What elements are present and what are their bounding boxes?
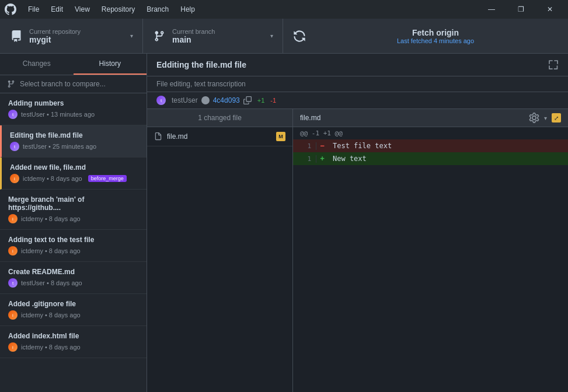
sidebar: Changes History Select branch to compare…	[0, 54, 147, 392]
diff-content: @@ -1 +1 @@ 1 − Test file text 1 + New t…	[293, 127, 568, 392]
menu-edit[interactable]: Edit	[46, 3, 68, 16]
avatar: i	[10, 174, 19, 183]
branch-chevron-icon: ▾	[270, 33, 273, 39]
commit-title: Added new file, file.md	[10, 163, 138, 172]
avatar: t	[8, 110, 18, 119]
menu-view[interactable]: View	[70, 3, 95, 16]
avatar: i	[8, 342, 18, 352]
sidebar-tabs: Changes History	[0, 54, 147, 75]
list-item[interactable]: Added new file, file.md i ictdemy • 8 da…	[0, 158, 147, 190]
menu-help[interactable]: Help	[176, 3, 200, 16]
list-item[interactable]: Create README.md t testUser • 8 days ago	[0, 262, 147, 294]
diff-file-header-right: ▾ ⤢	[529, 113, 561, 123]
avatar: i	[8, 214, 18, 223]
list-item[interactable]: Merge branch 'main' of https://github...…	[0, 190, 147, 230]
diff-panels: 1 changed file file.md M file.md	[147, 109, 568, 392]
toolbar: Current repository mygit ▾ Current branc…	[0, 19, 568, 54]
branch-label: Current branch	[172, 28, 264, 35]
close-button[interactable]: ✕	[536, 0, 563, 19]
commit-author-avatar: t	[156, 96, 166, 105]
branch-compare-selector[interactable]: Select branch to compare...	[0, 75, 147, 93]
commit-meta: i ictdemy • 8 days ago	[8, 214, 138, 223]
avatar: i	[8, 246, 18, 256]
list-item[interactable]: Adding text to the test file i ictdemy •…	[0, 230, 147, 262]
title-bar-left: File Edit View Repository Branch Help	[5, 3, 200, 16]
commit-arrow-icon	[201, 96, 210, 104]
branch-compare-label: Select branch to compare...	[20, 80, 106, 88]
diff-file-header: file.md ▾ ⤢	[293, 109, 568, 127]
menu-file[interactable]: File	[23, 3, 44, 16]
changed-files-panel: 1 changed file file.md M	[147, 109, 293, 392]
branch-compare-icon	[7, 80, 15, 88]
diff-line-content: New text	[328, 155, 568, 163]
fetch-sublabel: Last fetched 4 minutes ago	[312, 37, 559, 44]
branch-selector[interactable]: Current branch main ▾	[143, 19, 283, 53]
diff-view: file.md ▾ ⤢ @@ -1 +1 @@	[293, 109, 568, 392]
commit-author-time: ictdemy • 8 days ago	[21, 344, 81, 351]
list-item[interactable]: Added index.html file i ictdemy • 8 days…	[0, 326, 147, 358]
commit-title: Editing the file.md file	[10, 131, 138, 139]
commit-info-bar: t testUser 4c4d093 +1 -1	[147, 92, 568, 109]
branch-icon	[152, 29, 166, 43]
avatar: i	[8, 310, 18, 320]
diff-title: Edditing the file.md file	[156, 60, 246, 69]
commit-meta: i ictdemy • 8 days ago	[8, 342, 138, 352]
list-item[interactable]: Adding numbers t testUser • 13 minutes a…	[0, 93, 147, 125]
file-list-item[interactable]: file.md M	[147, 127, 292, 146]
tab-history[interactable]: History	[74, 54, 147, 75]
fetch-label: Fetch origin	[312, 28, 559, 37]
minimize-button[interactable]: —	[478, 0, 505, 19]
commit-author-time: ictdemy • 8 days ago	[23, 175, 82, 182]
diff-hunk-header: @@ -1 +1 @@	[293, 127, 568, 139]
sync-icon	[292, 29, 306, 43]
commit-title: Added .gitignore file	[8, 300, 138, 308]
diff-line-sign: −	[316, 142, 328, 150]
repo-text: Current repository mygit	[29, 28, 124, 44]
expand-diff-button[interactable]: ⤢	[552, 113, 561, 123]
menu-bar: File Edit View Repository Branch Help	[23, 3, 200, 16]
repo-value: mygit	[29, 35, 124, 44]
commit-hash-info: testUser 4c4d093	[172, 96, 252, 104]
commit-title: Create README.md	[8, 268, 138, 276]
commit-title: Adding text to the test file	[8, 236, 138, 244]
commit-author-time: ictdemy • 8 days ago	[21, 247, 81, 254]
commit-title: Adding numbers	[8, 99, 138, 107]
diff-line-content: Test file text	[328, 142, 568, 150]
commit-author-time: testUser • 13 minutes ago	[21, 111, 95, 118]
commit-author-time: testUser • 25 minutes ago	[23, 143, 96, 150]
diff-deletions: -1	[270, 97, 276, 104]
file-icon	[154, 132, 162, 141]
list-item[interactable]: Editing the file.md file t testUser • 25…	[0, 125, 147, 158]
maximize-button[interactable]: ❐	[507, 0, 534, 19]
expand-arrows-icon[interactable]	[548, 60, 559, 70]
menu-repository[interactable]: Repository	[97, 3, 140, 16]
fetch-text: Fetch origin Last fetched 4 minutes ago	[312, 28, 559, 44]
commit-badge: before_merge	[88, 175, 127, 182]
avatar: t	[8, 278, 18, 288]
gear-icon[interactable]	[529, 113, 539, 123]
right-panel: Edditing the file.md file File editing, …	[147, 54, 568, 392]
repo-label: Current repository	[29, 28, 124, 35]
commit-meta: i ictdemy • 8 days ago	[8, 310, 138, 320]
branch-value: main	[172, 35, 264, 44]
diff-line-removed: 1 − Test file text	[293, 139, 568, 152]
commit-hash-value: 4c4d093	[213, 96, 240, 104]
repo-selector[interactable]: Current repository mygit ▾	[0, 19, 143, 53]
commit-meta: t testUser • 13 minutes ago	[8, 110, 138, 119]
list-item[interactable]: Added .gitignore file i ictdemy • 8 days…	[0, 294, 147, 326]
gear-dropdown-arrow: ▾	[544, 115, 547, 121]
commit-title: Added index.html file	[8, 332, 138, 340]
diff-header: Edditing the file.md file	[147, 54, 568, 76]
window-controls: — ❐ ✕	[478, 0, 563, 19]
commit-meta: t testUser • 8 days ago	[8, 278, 138, 288]
copy-icon[interactable]	[243, 96, 252, 104]
fetch-origin-button[interactable]: Fetch origin Last fetched 4 minutes ago	[283, 19, 568, 53]
tab-changes[interactable]: Changes	[0, 54, 74, 75]
main-content: Changes History Select branch to compare…	[0, 54, 568, 392]
title-bar: File Edit View Repository Branch Help — …	[0, 0, 568, 19]
repo-icon	[9, 29, 23, 43]
diff-file-name: file.md	[300, 114, 320, 122]
menu-branch[interactable]: Branch	[142, 3, 173, 16]
commit-meta: i ictdemy • 8 days ago before_merge	[10, 174, 138, 183]
github-logo-icon	[5, 4, 16, 15]
